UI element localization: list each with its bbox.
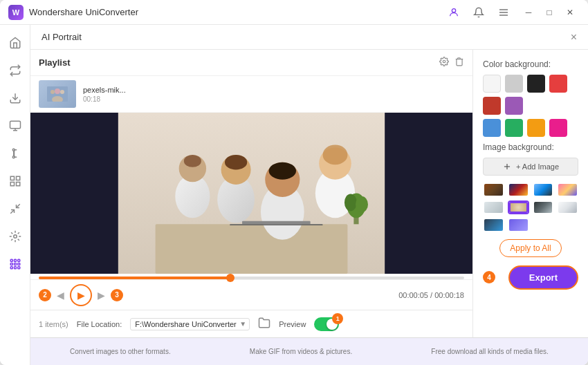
- sidebar-item-convert[interactable]: [3, 58, 28, 83]
- color-swatch-black[interactable]: [527, 75, 545, 93]
- color-row-2: [483, 119, 578, 137]
- maximize-button[interactable]: □: [540, 5, 559, 20]
- sidebar-item-compress[interactable]: [3, 196, 28, 221]
- svg-rect-47: [230, 224, 322, 225]
- svg-rect-13: [16, 182, 19, 186]
- svg-rect-5: [10, 121, 20, 129]
- bg-thumb-sunset[interactable]: [557, 182, 578, 197]
- svg-line-14: [10, 210, 14, 214]
- bg-thumbs-grid: [483, 182, 578, 232]
- badge-3: 3: [111, 289, 123, 301]
- svg-point-50: [344, 194, 357, 211]
- prev-button[interactable]: ◀: [57, 290, 64, 301]
- folder-icon[interactable]: [258, 317, 270, 332]
- svg-rect-23: [10, 267, 12, 269]
- color-swatch-pink[interactable]: [549, 119, 567, 137]
- svg-rect-12: [10, 182, 14, 186]
- sidebar-item-screen[interactable]: [3, 113, 28, 138]
- svg-rect-17: [10, 259, 12, 261]
- bg-thumb-night[interactable]: [483, 218, 504, 232]
- sidebar-item-merge[interactable]: [3, 169, 28, 194]
- svg-point-0: [452, 8, 455, 12]
- next-button[interactable]: ▶: [98, 290, 105, 301]
- play-button[interactable]: ▶: [70, 284, 92, 306]
- playlist-icons: [439, 57, 464, 68]
- notification-icon[interactable]: [469, 3, 488, 22]
- bg-thumb-galaxy[interactable]: [508, 182, 529, 197]
- ai-panel: AI Portrait × Playlist: [30, 25, 588, 337]
- bg-thumb-gray[interactable]: [483, 200, 504, 215]
- bg-thumb-dark[interactable]: [533, 200, 554, 215]
- app-title: Wondershare UniConverter: [29, 7, 444, 17]
- bg-thumb-beige[interactable]: [508, 200, 529, 215]
- color-bg-label: Color background:: [483, 59, 578, 69]
- sidebar-item-edit[interactable]: [3, 141, 28, 166]
- close-button[interactable]: ✕: [560, 5, 580, 20]
- preview-label: Preview: [279, 320, 306, 328]
- color-swatch-darkred[interactable]: [483, 97, 501, 115]
- footer-feature-2: Make GIF from videos & pictures.: [250, 348, 352, 355]
- color-swatch-purple[interactable]: [505, 97, 523, 115]
- video-scene: [30, 113, 472, 274]
- color-swatch-white[interactable]: [483, 75, 501, 93]
- content-area: AI Portrait × Playlist: [30, 25, 588, 365]
- svg-point-30: [50, 90, 55, 94]
- svg-line-15: [16, 204, 19, 207]
- user-icon[interactable]: [444, 3, 463, 22]
- panel-body: Playlist: [30, 50, 588, 337]
- badge-2: 2: [39, 289, 51, 301]
- bg-thumb-wood[interactable]: [483, 182, 504, 197]
- svg-rect-10: [10, 176, 14, 180]
- ai-panel-header: AI Portrait ×: [30, 25, 588, 50]
- title-bar: W Wondershare UniConverter ─ □ ✕: [0, 0, 588, 25]
- playlist-item-info: pexels-mik... 00:18: [83, 86, 464, 103]
- toggle-container: 1: [314, 317, 339, 331]
- ai-panel-title: AI Portrait: [42, 32, 571, 42]
- svg-rect-18: [14, 259, 16, 261]
- playlist-thumbnail: [39, 80, 76, 108]
- play-icon: ▶: [77, 290, 85, 301]
- file-location-wrapper: F:\Wondershare UniConverter ▼: [130, 318, 250, 330]
- playlist-delete-icon[interactable]: [454, 57, 464, 68]
- add-image-label: + Add Image: [516, 162, 559, 171]
- time-total: 00:00:18: [434, 291, 464, 299]
- bg-thumb-blue-sky[interactable]: [533, 182, 554, 197]
- color-swatch-lightgray[interactable]: [505, 75, 523, 93]
- progress-bar[interactable]: [39, 277, 464, 279]
- badge-1: 1: [332, 313, 343, 324]
- left-section: Playlist: [30, 50, 473, 337]
- file-location-select[interactable]: F:\Wondershare UniConverter: [130, 318, 250, 330]
- panel-close-button[interactable]: ×: [571, 31, 577, 44]
- minimize-button[interactable]: ─: [519, 5, 538, 20]
- svg-point-26: [443, 60, 445, 63]
- add-image-button[interactable]: + Add Image: [483, 158, 578, 176]
- color-swatch-blue[interactable]: [483, 119, 501, 137]
- svg-point-31: [60, 90, 64, 94]
- svg-rect-46: [242, 221, 311, 224]
- svg-point-51: [356, 196, 368, 212]
- badge-4: 4: [483, 271, 495, 283]
- sidebar-item-watermark[interactable]: [3, 224, 28, 249]
- sidebar-item-download[interactable]: [3, 86, 28, 111]
- svg-point-16: [13, 235, 17, 238]
- bg-thumb-purple-room[interactable]: [508, 218, 529, 232]
- export-button[interactable]: Export: [508, 265, 578, 290]
- color-swatch-red[interactable]: [549, 75, 567, 93]
- footer-feature-3: Free download all kinds of media files.: [431, 348, 549, 355]
- sidebar-item-ai[interactable]: [3, 252, 28, 277]
- app-window: W Wondershare UniConverter ─ □ ✕: [0, 0, 588, 365]
- sidebar-item-home[interactable]: [3, 30, 28, 55]
- bg-thumb-office[interactable]: [557, 200, 578, 215]
- menu-icon[interactable]: [494, 3, 513, 22]
- playlist-title: Playlist: [39, 57, 439, 68]
- color-swatch-green[interactable]: [505, 119, 523, 137]
- apply-to-all-button[interactable]: Apply to All: [499, 239, 561, 257]
- svg-rect-22: [17, 263, 19, 265]
- playlist-item[interactable]: pexels-mik... 00:18: [30, 76, 472, 113]
- progress-fill: [39, 277, 230, 279]
- svg-point-42: [269, 162, 296, 180]
- svg-rect-21: [14, 263, 16, 265]
- playlist-settings-icon[interactable]: [439, 57, 449, 68]
- color-swatch-orange[interactable]: [527, 119, 545, 137]
- right-panel: Color background:: [473, 50, 588, 337]
